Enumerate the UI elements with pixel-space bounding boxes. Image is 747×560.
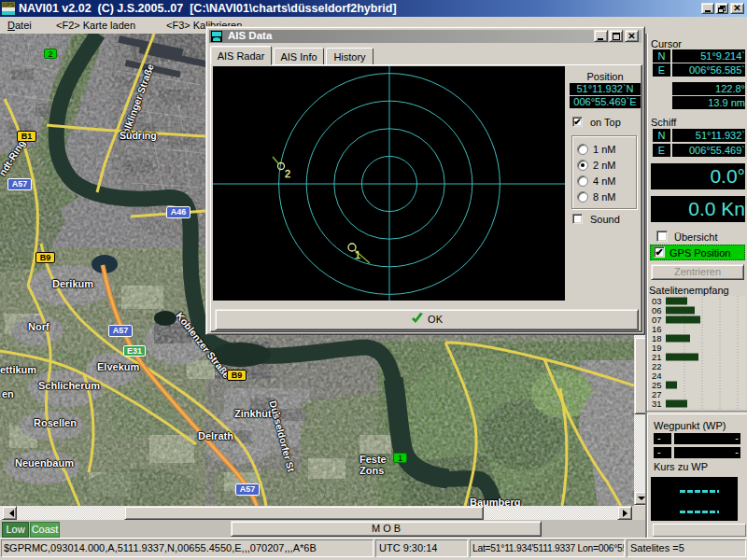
svg-text:2: 2 bbox=[285, 168, 290, 179]
svg-text:31: 31 bbox=[652, 399, 662, 409]
svg-text:1: 1 bbox=[355, 249, 360, 260]
